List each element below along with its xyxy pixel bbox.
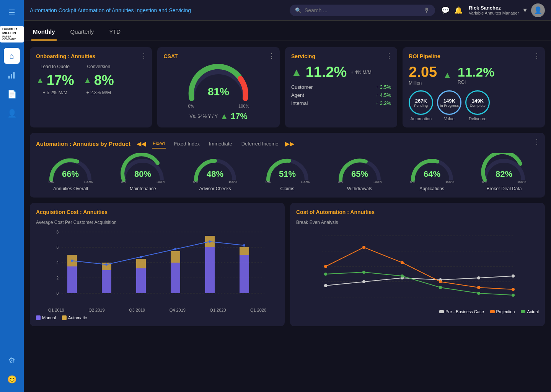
circle-pending-sub: Pending: [414, 104, 428, 108]
roi-circle-complete: 149K Complete Delivered: [465, 90, 490, 121]
acquisition-x-labels: Q1 2019 Q2 2019 Q3 2019 Q4 2019 Q1 2020 …: [36, 308, 279, 312]
svg-text:0: 0: [56, 291, 59, 296]
gauge-broker-deal: 0% 100% 82% Broker Deal Data: [479, 153, 529, 191]
gauge-claims: 0% 100% 51% Claims: [262, 153, 312, 191]
product-tab-immediate[interactable]: Immediate: [208, 139, 233, 148]
csat-vs-label: Vs. 64% Y / Y: [190, 114, 218, 119]
sidebar-item-chart[interactable]: [4, 67, 20, 83]
actual-dot: [521, 310, 525, 313]
cards-row-1: Onboarding : Annuities ⋮ Lead to Quote ▲…: [30, 47, 545, 127]
x-label-q1-2020a: Q1 2020: [210, 308, 226, 312]
conversion-value: 8%: [94, 72, 114, 88]
svg-point-48: [140, 256, 142, 258]
topbar-icons: 💬 🔔: [441, 6, 463, 15]
svg-text:4: 4: [56, 261, 59, 265]
servicing-menu[interactable]: ⋮: [386, 52, 393, 60]
svg-rect-45: [240, 247, 249, 255]
sidebar-item-user[interactable]: 👤: [4, 105, 20, 121]
roi-arrow-icon: ▲: [443, 70, 452, 80]
automation-title: Automation : Annuities by Product: [36, 140, 130, 147]
automation-menu[interactable]: ⋮: [533, 137, 540, 146]
svg-point-74: [512, 294, 515, 297]
onboarding-menu[interactable]: ⋮: [140, 52, 147, 60]
onboarding-lead-col: Lead to Quote ▲ 17% + 5.2% M/M: [36, 64, 74, 95]
product-tab-fixed[interactable]: Fixed: [152, 139, 166, 149]
next-product-arrow[interactable]: ▶▶: [285, 140, 294, 147]
search-input[interactable]: [305, 7, 421, 13]
svg-rect-42: [205, 247, 215, 293]
prev-product-arrow[interactable]: ◀◀: [137, 140, 146, 147]
sidebar-item-profile[interactable]: 😊: [4, 371, 20, 387]
dashboard: Onboarding : Annuities ⋮ Lead to Quote ▲…: [24, 41, 551, 332]
svg-point-72: [439, 286, 442, 289]
chat-icon[interactable]: 💬: [441, 6, 450, 15]
svg-point-50: [209, 240, 211, 243]
csat-gauge-svg: 81%: [184, 64, 253, 102]
roi-header: 2.05 Million ▲ 11.2% ROI: [409, 64, 539, 86]
svg-rect-41: [171, 251, 180, 263]
svg-text:2: 2: [56, 276, 59, 280]
product-tab-fixed-index[interactable]: Fixed Index: [173, 139, 201, 148]
svg-text:100%: 100%: [84, 180, 93, 184]
x-label-q3-2019: Q3 2019: [129, 308, 145, 312]
servicing-main-value: 11.2%: [306, 64, 347, 80]
tab-quarterly[interactable]: Quarterly: [69, 25, 96, 41]
tab-ytd[interactable]: YTD: [108, 25, 122, 41]
svg-text:0%: 0%: [482, 180, 487, 184]
roi-circles: 267K Pending Automation 149K In Progress…: [409, 90, 539, 121]
sidebar-item-document[interactable]: 📄: [4, 86, 20, 102]
svg-text:64%: 64%: [424, 169, 440, 179]
svg-text:100%: 100%: [373, 180, 382, 184]
projection-label: Projection: [496, 309, 515, 314]
circle-inprog-ring: 149K In Progress: [437, 90, 461, 115]
sidebar: ☰ DUNDER MIFFLIN PAPER COMPANY ⌂ 📄 👤 ⚙ 😊: [0, 0, 24, 392]
servicing-row-agent: Agent + 4.5%: [291, 92, 391, 98]
svg-text:0%: 0%: [193, 180, 198, 184]
svg-text:8: 8: [56, 230, 59, 234]
svg-rect-34: [67, 266, 77, 293]
servicing-rows: Customer + 3.5% Agent + 4.5% Internal + …: [291, 84, 391, 106]
bell-icon[interactable]: 🔔: [454, 6, 463, 15]
svg-rect-38: [136, 268, 146, 293]
gauge-100-label: 100%: [238, 104, 249, 108]
svg-rect-40: [171, 263, 180, 293]
servicing-delta: + 4% M/M: [350, 70, 371, 75]
svg-text:48%: 48%: [207, 169, 223, 179]
circle-complete-sub: Complete: [470, 104, 486, 108]
sidebar-item-home[interactable]: ⌂: [4, 48, 20, 64]
main-content: Automation Cockpit Automation of Annuiti…: [24, 0, 551, 392]
svg-point-65: [401, 261, 404, 264]
csat-menu[interactable]: ⋮: [268, 52, 275, 60]
agent-label: Agent: [291, 92, 304, 98]
dropdown-icon[interactable]: ▼: [522, 7, 528, 14]
roi-menu[interactable]: ⋮: [533, 52, 540, 60]
sidebar-hamburger[interactable]: ☰: [4, 5, 20, 21]
x-label-q2-2019: Q2 2019: [88, 308, 104, 312]
roi-circle-pending: 267K Pending Automation: [409, 90, 433, 121]
pre-business-label: Pre - Business Case: [445, 309, 484, 314]
svg-rect-0: [8, 76, 10, 78]
tab-monthly[interactable]: Monthly: [31, 25, 57, 41]
servicing-row-customer: Customer + 3.5%: [291, 84, 391, 90]
svg-text:100%: 100%: [445, 180, 454, 184]
search-box: 🔍 🎙: [290, 5, 435, 16]
search-icon: 🔍: [295, 7, 302, 13]
legend-pre-business: Pre - Business Case: [439, 309, 484, 314]
svg-point-61: [477, 276, 480, 279]
svg-rect-44: [240, 255, 249, 293]
svg-text:0%: 0%: [266, 180, 271, 184]
servicing-title: Servicing: [291, 53, 391, 59]
servicing-arrow: ▲: [291, 66, 302, 78]
svg-point-47: [105, 263, 108, 266]
product-tab-deferred[interactable]: Deferred Income: [241, 139, 279, 148]
csat-vs: Vs. 64% Y / Y ▲ 17%: [190, 111, 248, 121]
internal-label: Internal: [291, 100, 308, 106]
circle-complete-ring: 149K Complete: [465, 90, 490, 115]
roi-pct-value: 11.2%: [458, 65, 494, 80]
cost-card: Cost of Automation : Annuities ⋮ Break E…: [290, 203, 545, 326]
svg-point-63: [324, 265, 327, 268]
svg-text:100%: 100%: [517, 180, 526, 184]
sidebar-item-settings[interactable]: ⚙: [4, 352, 20, 368]
svg-rect-39: [136, 259, 146, 268]
microphone-icon[interactable]: 🎙: [424, 7, 430, 14]
